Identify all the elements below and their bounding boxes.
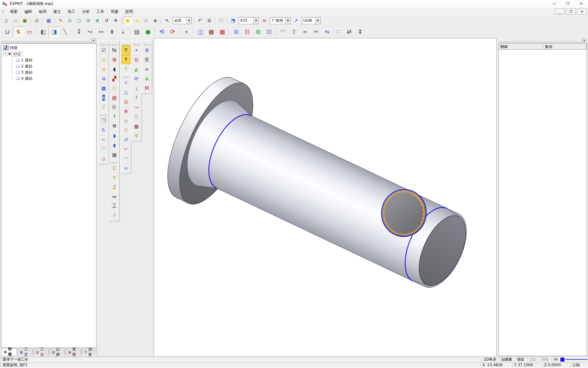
tab-tools[interactable]: ▦ 工具 [17,349,33,355]
toolbar-grabber[interactable] [122,42,130,44]
tab-solids[interactable]: ◑ 實體 [65,349,81,355]
menu-create[interactable]: 建立 [51,8,64,15]
turn-profile-button[interactable]: ╲ [60,26,71,37]
menu-window[interactable]: 視窗 [108,8,121,15]
work-plane-button[interactable]: ⬔ [228,17,238,25]
3d-viewport[interactable] [154,38,497,357]
toolbar-separator[interactable] [226,17,228,24]
wireframe-cube-button[interactable]: ▩ [217,26,228,37]
hammer-build-button[interactable]: ⚒ [110,121,119,131]
status-mode-intersection[interactable]: 交點 [527,357,539,362]
toolbar-separator[interactable] [129,28,131,35]
scale-button[interactable]: ↕ [355,26,366,37]
two-cubes-button[interactable]: ⧉ [132,55,141,64]
chain-feature-button[interactable]: ⟲ [156,26,167,37]
status-mode-subelement[interactable]: 副圖素 [499,357,514,362]
toolbar-grabber[interactable] [100,112,107,115]
toolbar-separator[interactable] [214,17,217,24]
save-button[interactable]: ▣ [20,17,29,25]
chevron-down-icon[interactable]: ▼ [285,17,290,24]
toolbar-separator[interactable] [192,28,195,35]
column-header-key[interactable]: 關鍵 [499,44,543,50]
status-mode-2d-lathe[interactable]: 2D車床 [482,357,499,362]
plane-button[interactable]: ▱ [99,55,108,64]
mdi-minimize-button[interactable]: _ [555,9,565,15]
auto-chain-button[interactable]: ⟳ [167,26,178,37]
stop-button[interactable]: ⬡ [217,17,226,25]
revolve-button[interactable]: ◠ [277,26,288,37]
tree-root-features[interactable]: ▞ 特徵 [1,44,96,51]
bore-cycle-button[interactable]: ↦ [96,26,107,37]
net-surface-button[interactable]: ⌗ [122,78,131,87]
simulation-button[interactable]: ▤ [131,26,142,37]
toolbar-separator[interactable] [120,17,123,24]
chuck-button[interactable]: ◖ [110,64,119,74]
toolbar-separator[interactable] [35,28,38,35]
delete-element-button[interactable]: ⊠ [110,55,119,64]
hidden-line-mode-button[interactable]: ◈ [151,17,160,25]
report-button[interactable]: ▦ [44,17,53,25]
layers-button[interactable]: ≡ [260,17,269,25]
toolbar-grabber[interactable] [100,42,107,44]
target-cross-button[interactable]: ⊗ [122,106,131,116]
align-lines-button[interactable]: ☰ [142,55,152,64]
menu-view[interactable]: 檢視 [36,8,49,15]
menu-file[interactable]: 檔案 [7,8,21,15]
new-file-button[interactable]: ▯ [2,17,11,25]
import-solid-button[interactable]: ⤓ [132,83,141,93]
corner-red-button[interactable]: ⌐ [122,144,131,154]
minimize-button[interactable]: — [548,0,561,7]
close-button[interactable]: ✕ [575,0,588,7]
open-file-button[interactable]: ▱ [11,17,20,25]
work-plane-combo[interactable]: XYZ ▼ [239,17,259,24]
drill-active-button[interactable]: ⇣ [118,26,129,37]
chevron-down-icon[interactable]: ▼ [253,17,258,24]
trim-button[interactable]: ✂ [311,26,322,37]
tab-operations[interactable]: ▥ 工法 [33,349,49,355]
mask-list-button[interactable]: ☑ [99,45,108,55]
tree-item-link-4[interactable]: ❏ 4 連結 [8,75,96,82]
lathe-setup-button[interactable]: ⊔ [2,26,13,37]
toolbar-separator[interactable] [153,28,156,35]
find-on-grid-button[interactable]: ∞ [142,64,152,74]
array-button[interactable]: ∷ [333,26,344,37]
help-3-button[interactable]: ? [122,64,131,74]
toolbar-separator[interactable] [178,28,181,35]
collapse-icon[interactable]: − [3,52,7,56]
sync-spindle-button[interactable]: ⇔ [110,192,119,201]
triangle-mesh-button[interactable]: △ [122,87,131,97]
straight-path-button[interactable]: ↑ [122,55,131,64]
zoom-window-button[interactable]: ○ [74,17,84,25]
extrude-button[interactable]: ⇧ [288,26,300,37]
shaded-mode-button[interactable]: ◆ [123,17,132,25]
menu-edit[interactable]: 編輯 [22,8,35,15]
swirl-path-button[interactable]: ↯ [132,131,141,140]
menu-machining[interactable]: 加工 [65,8,78,15]
undo-button[interactable]: ↶ [195,17,205,25]
job-manager-button[interactable]: ▦ [99,83,108,93]
solid-cylinder-button[interactable]: ⬯ [122,125,131,135]
pocket-po-button[interactable]: ⬯ [110,83,119,93]
toolbar-separator[interactable] [193,17,195,24]
print-button[interactable]: ⎙ [32,17,41,25]
panel-close-icon[interactable]: x [582,39,586,43]
cube-corner-button[interactable]: ❒ [99,116,108,125]
boolean-union-button[interactable]: ⧉ [231,26,242,37]
cam-plate-button[interactable]: ⬯ [132,112,141,121]
plane-add-button[interactable]: ⧄ [99,64,108,74]
cage-cube-button[interactable]: ▦ [132,121,141,131]
zoom-previous-button[interactable]: ⊙ [65,17,74,25]
blade-left-button[interactable]: ◗ [110,131,119,140]
tree-item-link-2[interactable]: ❏ 2 連結 [8,63,96,69]
panel-close-icon[interactable]: x [91,39,96,43]
verify-part-button[interactable]: ● [142,26,153,37]
restore-button[interactable]: ❐ [561,0,575,7]
drill-cycle-button[interactable]: ↧ [74,26,85,37]
sheet-solid-button[interactable]: ⊡ [264,26,275,37]
status-mode-grid[interactable]: 網格 [539,357,551,362]
uvw-combo[interactable]: UVW ▼ [302,17,321,24]
select-pointer-button[interactable]: ↖ [163,17,172,25]
sheet-stack-button[interactable]: ⧅ [122,116,131,125]
column-header-value[interactable]: 數值 [543,44,587,50]
mdi-restore-button[interactable]: ❐ [566,9,576,15]
